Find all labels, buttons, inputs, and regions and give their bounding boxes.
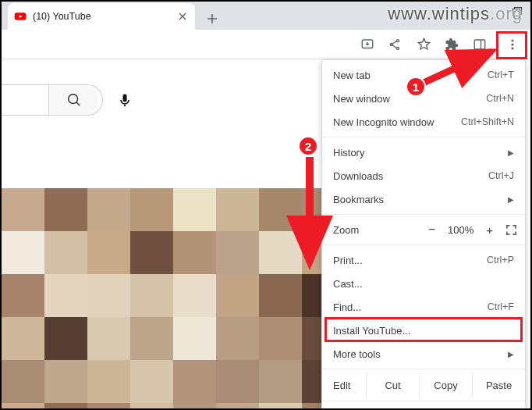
menu-item-more-tools[interactable]: More tools ▶ [322,342,525,365]
menu-shortcut: Ctrl+P [487,255,514,266]
menu-shortcut: Ctrl+J [488,170,514,181]
blur-pixel [130,145,173,188]
menu-label: New Incognito window [333,116,434,128]
blur-pixel [44,317,87,360]
edit-paste-button[interactable]: Paste [472,373,525,398]
zoom-value: 100% [448,224,473,236]
edit-cut-button[interactable]: Cut [366,373,419,398]
blur-pixel [44,145,87,188]
star-icon[interactable] [410,33,437,56]
menu-label: New window [333,93,390,105]
menu-item-find[interactable]: Find... Ctrl+F [322,295,525,319]
kebab-menu-icon[interactable] [499,33,526,56]
svg-point-4 [397,39,399,41]
tab-strip: (10) YouTube [2,2,530,30]
blur-pixel [2,403,44,410]
svg-point-9 [511,39,513,41]
blur-pixel [2,360,44,403]
menu-item-bookmarks[interactable]: Bookmarks ▶ [322,187,525,211]
fullscreen-icon[interactable] [505,224,517,236]
chevron-right-icon: ▶ [508,195,514,204]
blur-pixel [173,317,216,360]
svg-rect-14 [124,105,126,107]
blur-pixel [87,317,130,360]
blur-pixel [44,360,87,403]
menu-shortcut: Ctrl+T [488,70,514,80]
menu-separator [322,369,525,369]
search-box[interactable] [2,84,103,116]
svg-rect-7 [474,40,485,49]
blur-pixel [216,317,259,360]
svg-point-12 [68,94,77,104]
search-button[interactable] [48,85,98,115]
blur-pixel [130,231,173,274]
blur-pixel [259,317,302,360]
menu-item-incognito[interactable]: New Incognito window Ctrl+Shift+N [322,110,525,134]
blur-pixel [44,274,87,317]
blur-pixel [2,145,44,188]
restore-window-icon[interactable] [507,3,527,20]
menu-label: More tools [333,348,381,360]
menu-label: Zoom [333,224,359,236]
menu-item-install-youtube[interactable]: Install YouTube... [322,319,525,342]
new-tab-button[interactable] [201,8,223,30]
menu-item-edit-row: Edit Cut Copy Paste [322,373,525,398]
blur-pixel [259,403,302,410]
blur-pixel [87,145,130,188]
blurred-content-grid [2,145,345,410]
blur-pixel [216,360,259,403]
blur-pixel [130,403,173,410]
menu-label: Edit [322,373,366,398]
blur-pixel [216,274,259,317]
window-controls [507,3,527,20]
share-icon[interactable] [382,33,409,56]
menu-item-cast[interactable]: Cast... [322,272,525,295]
edit-copy-button[interactable]: Copy [419,373,472,398]
blur-pixel [173,231,216,274]
menu-item-print[interactable]: Print... Ctrl+P [322,248,525,272]
menu-item-downloads[interactable]: Downloads Ctrl+J [322,164,525,187]
blur-pixel [130,360,173,403]
close-tab-icon[interactable] [176,10,189,23]
blur-pixel [87,274,130,317]
menu-item-new-window[interactable]: New window Ctrl+N [322,87,525,110]
browser-toolbar [2,30,530,59]
menu-separator [322,244,525,245]
menu-shortcut: Ctrl+Shift+N [461,116,514,127]
browser-tab-youtube[interactable]: (10) YouTube [8,3,195,30]
extensions-icon[interactable] [438,33,465,56]
blur-pixel [216,145,259,188]
blur-pixel [259,231,302,274]
zoom-in-button[interactable]: + [486,223,493,237]
menu-item-history[interactable]: History ▶ [322,141,525,164]
svg-point-10 [511,43,513,45]
blur-pixel [173,403,216,410]
voice-search-icon[interactable] [109,84,140,116]
blur-pixel [173,188,216,231]
menu-label: History [333,147,364,159]
blur-pixel [216,231,259,274]
menu-shortcut: Ctrl+N [486,93,514,104]
zoom-out-button[interactable]: − [428,223,435,237]
sidepanel-icon[interactable] [466,33,493,56]
blur-pixel [87,403,130,410]
blur-pixel [259,360,302,403]
blur-pixel [216,188,259,231]
blur-pixel [130,274,173,317]
menu-item-settings[interactable]: Settings [322,405,525,410]
install-pwa-icon[interactable] [354,33,381,56]
blur-pixel [2,231,44,274]
tab-title: (10) YouTube [33,11,170,22]
blur-pixel [173,274,216,317]
menu-label: Downloads [333,170,383,182]
blur-pixel [87,188,130,231]
svg-rect-2 [513,9,520,16]
blur-pixel [130,317,173,360]
menu-item-new-tab[interactable]: New tab Ctrl+T [322,63,525,87]
blur-pixel [2,317,44,360]
menu-label: New tab [333,70,371,81]
svg-point-11 [511,47,513,49]
svg-line-13 [76,102,79,105]
menu-label: Find... [333,301,361,313]
chevron-right-icon: ▶ [508,350,514,358]
